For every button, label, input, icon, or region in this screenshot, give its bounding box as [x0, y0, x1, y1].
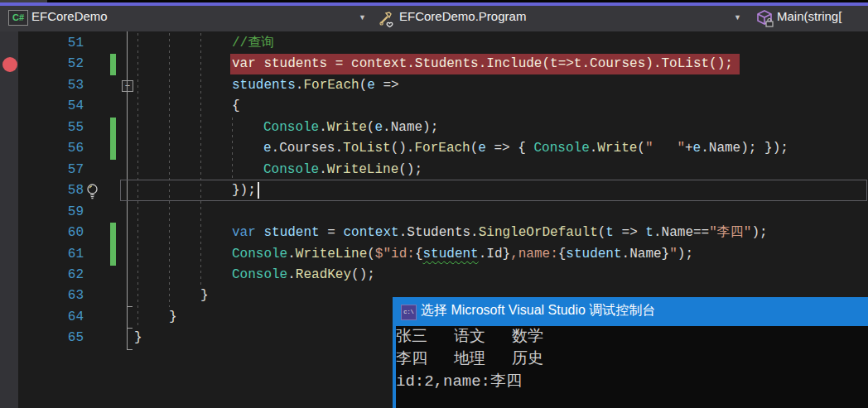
- code-token: e: [374, 120, 383, 135]
- code-token: $"id:: [375, 247, 415, 262]
- code-token: {: [558, 247, 567, 262]
- code-line: Console.ReadKey();: [232, 265, 375, 286]
- code-token: student: [566, 247, 621, 262]
- code-token: }: [200, 288, 209, 303]
- code-token: (: [637, 141, 645, 156]
- member-dropdown[interactable]: Main(string[: [777, 9, 841, 23]
- console-text: 张三: [396, 326, 454, 348]
- code-token: ,name:: [510, 247, 558, 262]
- change-bar: [110, 223, 116, 244]
- code-token: .: [701, 141, 709, 156]
- code-token: student: [263, 225, 319, 240]
- code-token: .: [335, 141, 343, 156]
- code-token: WriteLine: [327, 162, 398, 177]
- fold-collapse-toggle[interactable]: −: [122, 80, 133, 92]
- code-token: ().: [391, 141, 415, 156]
- text-caret: [258, 182, 259, 199]
- change-bar: [110, 54, 116, 75]
- code-token: " ": [645, 141, 685, 156]
- console-output: 张三语文数学李四地理历史id:2,name:李四: [396, 326, 868, 408]
- console-text: 历史: [512, 348, 570, 371]
- method-icon: [755, 9, 775, 32]
- console-window-border: [393, 297, 396, 408]
- code-token: }: [662, 247, 670, 262]
- code-token: ": [669, 247, 678, 262]
- code-token: e: [367, 78, 375, 93]
- code-token: ToList: [343, 141, 391, 156]
- code-token: students: [232, 78, 296, 93]
- console-title-bar[interactable]: c:\ 选择 Microsoft Visual Studio 调试控制台: [393, 297, 868, 326]
- code-token: Console: [232, 247, 287, 262]
- line-number: 63: [46, 286, 84, 306]
- navigation-bar: C# EFCoreDemo ▼ EFCoreDemo.Program ▼ Mai…: [0, 6, 868, 31]
- console-text: 语文: [454, 326, 512, 348]
- line-number: 59: [46, 202, 84, 223]
- code-token: SingleOrDefault: [479, 225, 598, 240]
- code-line: students.ForEach(e =>: [232, 75, 399, 96]
- code-line: Console.WriteLine($"id:{student.Id},name…: [232, 244, 693, 265]
- code-token: Id: [486, 247, 502, 262]
- line-number: 51: [46, 33, 84, 54]
- project-dropdown[interactable]: EFCoreDemo: [31, 9, 108, 23]
- code-token: +: [685, 141, 693, 156]
- code-token: WriteLine: [296, 247, 367, 262]
- code-token: ==: [693, 225, 709, 240]
- code-token: }: [503, 247, 511, 262]
- code-token: Students: [407, 225, 470, 240]
- code-token: Courses: [279, 141, 335, 156]
- lightbulb-icon[interactable]: [85, 183, 99, 203]
- csharp-project-icon: C#: [8, 10, 28, 26]
- console-output-line: 李四地理历史: [396, 348, 868, 371]
- code-token: e: [693, 141, 702, 156]
- code-line: {: [232, 96, 240, 117]
- code-token: .: [287, 247, 296, 262]
- console-text: id:2,name:李四: [396, 372, 522, 391]
- code-token: .: [399, 225, 407, 240]
- line-number: 56: [46, 138, 84, 159]
- code-token: =: [320, 225, 344, 240]
- line-number: 65: [46, 328, 84, 348]
- code-token: Console: [534, 141, 590, 156]
- console-text: 数学: [512, 326, 570, 348]
- code-token: ReadKey: [296, 267, 351, 282]
- code-token: Write: [597, 141, 637, 156]
- code-token: );: [678, 247, 693, 262]
- code-token: Name: [629, 247, 661, 262]
- type-dropdown[interactable]: EFCoreDemo.Program: [399, 9, 526, 23]
- code-line: }: [200, 286, 209, 306]
- code-line: var students = context.Students.Include(…: [232, 54, 733, 74]
- code-token: .: [470, 225, 479, 240]
- code-token: t: [645, 225, 653, 240]
- class-icon: [378, 10, 396, 31]
- code-token: ForEach: [414, 141, 470, 156]
- code-token: ();: [351, 267, 375, 282]
- line-number: 61: [46, 244, 84, 265]
- code-token: [256, 225, 264, 240]
- code-token: "李四": [709, 225, 751, 240]
- code-token: );: [422, 120, 438, 135]
- console-window-icon: c:\: [401, 305, 417, 320]
- code-token: }: [169, 310, 177, 324]
- code-token: .: [653, 225, 662, 240]
- line-number: 52: [46, 54, 84, 74]
- console-text: 李四: [396, 348, 454, 371]
- code-token: Name: [662, 225, 693, 240]
- code-token: ();: [398, 162, 422, 177]
- chevron-down-icon[interactable]: ▼: [734, 13, 741, 22]
- code-token: e: [478, 141, 486, 156]
- code-token: => {: [486, 141, 534, 156]
- breakpoint-margin[interactable]: [0, 31, 18, 408]
- indent-guide: [232, 118, 233, 180]
- change-bar: [110, 138, 116, 160]
- code-line: //查询: [232, 33, 274, 54]
- change-bar: [110, 244, 116, 266]
- console-title: 选择 Microsoft Visual Studio 调试控制台: [421, 302, 655, 319]
- code-token: .: [272, 141, 280, 156]
- code-token: Name: [709, 141, 740, 156]
- code-token: .: [622, 247, 630, 262]
- outline-region-end: [127, 328, 133, 329]
- chevron-down-icon[interactable]: ▼: [359, 13, 366, 22]
- code-line: e.Courses.ToList().ForEach(e => { Consol…: [263, 138, 788, 159]
- code-token: });: [232, 183, 256, 198]
- code-token: =>: [614, 225, 645, 240]
